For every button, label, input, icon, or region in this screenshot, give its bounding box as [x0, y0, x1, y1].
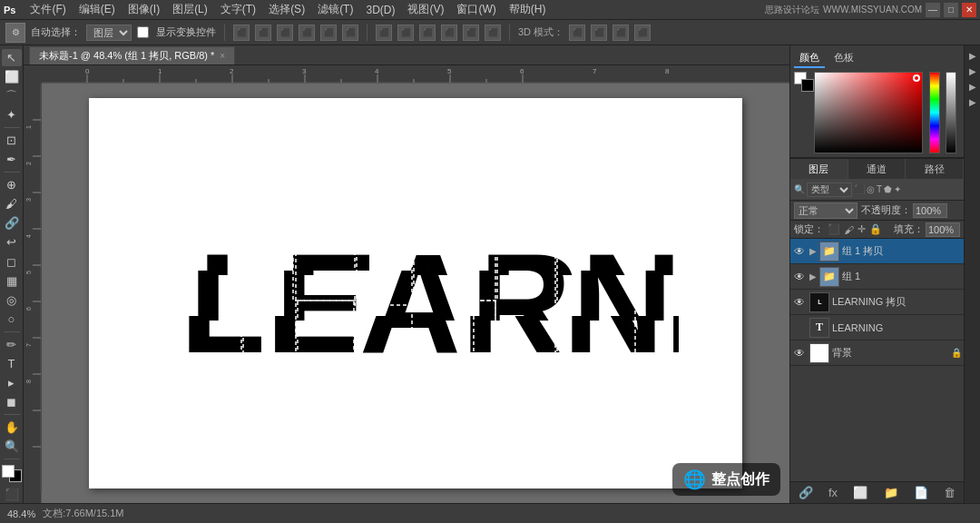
layer-visibility-toggle[interactable]: 👁	[792, 270, 807, 284]
tab-color[interactable]: 颜色	[794, 49, 825, 68]
layer-row[interactable]: 👁背景🔒	[790, 340, 964, 366]
align-center-icon[interactable]: ⬛	[255, 25, 271, 41]
auto-select-dropdown[interactable]: 图层 组	[86, 25, 132, 41]
3d-icon-2[interactable]: ⬛	[591, 25, 607, 41]
healing-tool[interactable]: ⊕	[2, 176, 22, 193]
filter-pixel-icon[interactable]: ⬛	[854, 184, 865, 194]
pen-tool[interactable]: ✏	[2, 336, 22, 353]
menu-help[interactable]: 帮助(H)	[504, 0, 552, 19]
menu-window[interactable]: 窗口(W)	[451, 0, 501, 19]
distribute-left-icon[interactable]: ⬛	[376, 25, 392, 41]
document-tab[interactable]: 未标题-1 @ 48.4% (组 1 拷贝, RGB/8) * ×	[29, 46, 235, 64]
canvas-scroll[interactable]: LEARNING LEARNING LEARNING	[42, 84, 789, 503]
layer-row[interactable]: 👁▶📁组 1	[790, 264, 964, 290]
menu-select[interactable]: 选择(S)	[263, 0, 310, 19]
menu-3d[interactable]: 3D(D)	[360, 2, 400, 18]
magic-wand-tool[interactable]: ✦	[2, 106, 22, 123]
3d-icon-4[interactable]: ⬛	[634, 25, 651, 41]
eraser-tool[interactable]: ◻	[2, 253, 22, 271]
show-transform-checkbox[interactable]	[137, 26, 149, 38]
layer-visibility-toggle[interactable]: 👁	[792, 346, 807, 360]
gradient-tool[interactable]: ▦	[2, 272, 22, 290]
tab-paths[interactable]: 路径	[906, 159, 964, 179]
menu-image[interactable]: 图像(I)	[122, 0, 165, 19]
maximize-button[interactable]: □	[944, 3, 958, 17]
3d-icon-1[interactable]: ⬛	[569, 25, 585, 41]
color-spectrum-bar[interactable]	[929, 72, 940, 153]
shape-tool[interactable]: ◼	[2, 393, 22, 410]
color-gradient-picker[interactable]	[814, 72, 923, 153]
lock-position-icon[interactable]: ✛	[858, 223, 866, 235]
create-layer-button[interactable]: 📄	[914, 486, 928, 499]
lasso-tool[interactable]: ⌒	[2, 87, 22, 104]
eyedropper-tool[interactable]: ✒	[2, 151, 22, 168]
filter-smart-icon[interactable]: ✦	[894, 184, 901, 194]
tab-layers[interactable]: 图层	[790, 159, 848, 179]
side-icon-4[interactable]: ▶	[966, 95, 979, 108]
fg-bg-color-swatch[interactable]	[2, 465, 22, 482]
filter-shape-icon[interactable]: ⬟	[884, 184, 892, 194]
tool-options-icon[interactable]: ⚙	[5, 23, 25, 43]
align-top-icon[interactable]: ⬛	[299, 25, 315, 41]
delete-layer-button[interactable]: 🗑	[944, 486, 956, 499]
distribute-middle-icon[interactable]: ⬛	[463, 25, 479, 41]
align-middle-icon[interactable]: ⬛	[320, 25, 337, 41]
fg-color-swatch[interactable]	[2, 465, 15, 478]
crop-tool[interactable]: ⊡	[2, 132, 22, 149]
path-select-tool[interactable]: ▸	[2, 374, 22, 391]
align-bottom-icon[interactable]: ⬛	[342, 25, 358, 41]
tab-swatches[interactable]: 色板	[828, 49, 859, 68]
distribute-bottom-icon[interactable]: ⬛	[485, 25, 501, 41]
side-icon-1[interactable]: ▶	[966, 49, 979, 62]
dodge-tool[interactable]: ○	[2, 311, 22, 328]
type-tool[interactable]: T	[2, 355, 22, 372]
lock-all-icon[interactable]: 🔒	[869, 223, 882, 235]
link-layers-button[interactable]: 🔗	[799, 486, 813, 499]
layer-filter-dropdown[interactable]: 类型	[807, 183, 852, 197]
layer-row[interactable]: 👁▶📁组 1 拷贝	[790, 239, 964, 264]
filter-adj-icon[interactable]: ◎	[867, 184, 875, 194]
move-tool[interactable]: ↖	[2, 49, 22, 66]
menu-edit[interactable]: 编辑(E)	[74, 0, 121, 19]
background-color[interactable]	[801, 79, 814, 92]
close-button[interactable]: ✕	[962, 3, 976, 17]
distribute-right-icon[interactable]: ⬛	[419, 25, 436, 41]
blend-mode-select[interactable]: 正常	[794, 202, 858, 219]
layer-visibility-toggle[interactable]: 👁	[792, 295, 807, 310]
layer-row[interactable]: TLEARNING	[790, 315, 964, 340]
group-expand-icon[interactable]: ▶	[809, 271, 817, 281]
quick-mask-tool[interactable]: ⬛	[2, 486, 22, 503]
menu-view[interactable]: 视图(V)	[402, 0, 449, 19]
color-picker-handle[interactable]	[913, 74, 920, 82]
zoom-tool[interactable]: 🔍	[2, 438, 22, 455]
fill-input[interactable]	[926, 222, 960, 237]
filter-type-icon[interactable]: T	[877, 184, 882, 194]
opacity-input[interactable]	[913, 203, 947, 218]
layer-visibility-toggle[interactable]	[792, 321, 807, 335]
align-right-icon[interactable]: ⬛	[277, 25, 293, 41]
distribute-center-icon[interactable]: ⬛	[397, 25, 414, 41]
add-style-button[interactable]: fx	[828, 486, 838, 499]
group-expand-icon[interactable]: ▶	[809, 246, 817, 256]
brush-tool[interactable]: 🖌	[2, 195, 22, 212]
menu-filter[interactable]: 滤镜(T)	[312, 0, 358, 19]
select-rect-tool[interactable]: ⬜	[2, 68, 22, 85]
side-icon-3[interactable]: ▶	[966, 80, 979, 93]
align-left-icon[interactable]: ⬛	[233, 25, 250, 41]
blur-tool[interactable]: ◎	[2, 291, 22, 309]
hand-tool[interactable]: ✋	[2, 419, 22, 436]
lock-transparency-icon[interactable]: ⬛	[828, 223, 840, 235]
history-brush-tool[interactable]: ↩	[2, 233, 22, 251]
3d-icon-3[interactable]: ⬛	[612, 25, 629, 41]
side-icon-2[interactable]: ▶	[966, 64, 979, 77]
menu-layer[interactable]: 图层(L)	[167, 0, 213, 19]
tab-channels[interactable]: 通道	[848, 159, 906, 179]
clone-tool[interactable]: 🔗	[2, 214, 22, 232]
minimize-button[interactable]: —	[926, 3, 940, 17]
add-mask-button[interactable]: ⬜	[853, 486, 867, 499]
lock-paint-icon[interactable]: 🖌	[844, 224, 854, 235]
distribute-top-icon[interactable]: ⬛	[441, 25, 457, 41]
opacity-bar[interactable]	[946, 72, 956, 153]
tab-close-button[interactable]: ×	[220, 51, 225, 61]
layer-row[interactable]: 👁LLEARNING 拷贝	[790, 290, 964, 315]
